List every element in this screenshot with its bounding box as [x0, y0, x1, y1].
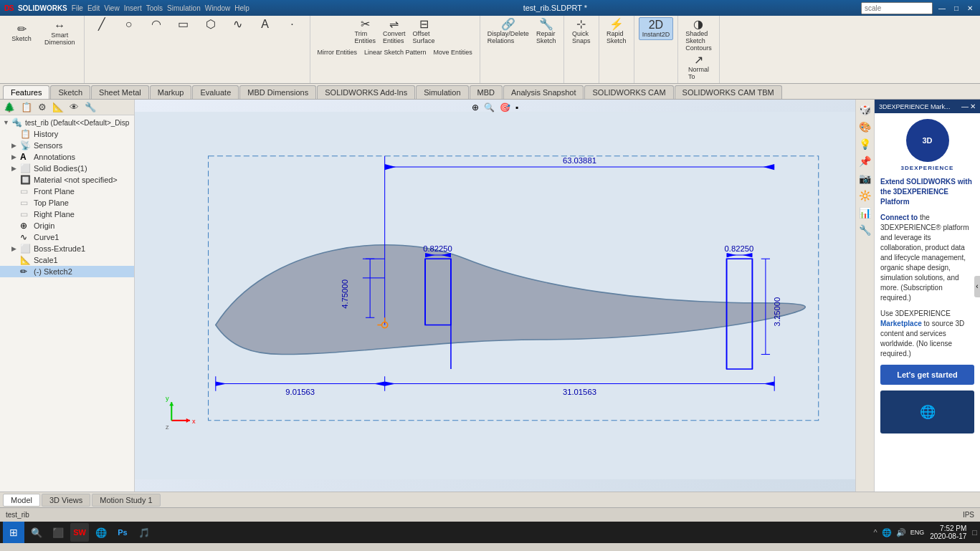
panel-close-btn[interactable]: ✕: [970, 102, 976, 110]
tree-sketch2[interactable]: ✏ (-) Sketch2: [0, 266, 134, 277]
text-button[interactable]: A: [252, 17, 278, 32]
lets-get-started-button[interactable]: Let's get started: [880, 365, 974, 385]
tab-simulation[interactable]: Simulation: [416, 85, 468, 99]
tree-material[interactable]: 🔲 Material <not specified>: [0, 174, 134, 186]
volume-icon[interactable]: 🔊: [896, 528, 906, 537]
tab-sketch[interactable]: Sketch: [50, 85, 90, 99]
minimize-button[interactable]: —: [936, 4, 948, 12]
menu-trigger-file[interactable]: File: [72, 4, 83, 12]
menu-trigger-window[interactable]: Window: [205, 4, 231, 12]
task-view-btn[interactable]: ⬛: [49, 523, 67, 542]
property-manager-btn[interactable]: 📋: [19, 101, 34, 113]
quick-snaps-button[interactable]: ⊹ QuickSnaps: [569, 17, 594, 46]
canvas-viewport[interactable]: ⊕ 🔍 🎯 ▪ 4.75000: [135, 100, 855, 492]
arc-button[interactable]: ◠: [143, 17, 169, 32]
point-button[interactable]: ·: [280, 17, 305, 32]
tree-sensors[interactable]: ▶ 📡 Sensors: [0, 140, 134, 151]
network-icon[interactable]: 🌐: [882, 528, 892, 537]
marketplace-link[interactable]: Marketplace: [880, 320, 922, 327]
maximize-button[interactable]: □: [951, 4, 961, 12]
toolbox-icon[interactable]: 🔧: [857, 223, 872, 237]
sketch-button[interactable]: ✏ Sketch: [4, 17, 39, 49]
menu-trigger-simulation[interactable]: Simulation: [167, 4, 201, 12]
tree-scale1[interactable]: 📐 Scale1: [0, 254, 134, 266]
offset-button[interactable]: ⊟ OffsetSurface: [410, 17, 438, 46]
clock[interactable]: 7:52 PM 2020-08-17: [930, 524, 966, 540]
move-entities-button[interactable]: Move Entities: [431, 47, 475, 57]
start-button[interactable]: ⊞: [3, 522, 24, 543]
menu-trigger-insert[interactable]: Insert: [124, 4, 142, 12]
section-view-btn[interactable]: ▪: [514, 101, 520, 114]
tab-mbd-dimensions[interactable]: MBD Dimensions: [239, 85, 316, 99]
tab-mbd[interactable]: MBD: [470, 85, 503, 99]
cam-icon[interactable]: 📷: [857, 171, 872, 186]
line-button[interactable]: ╱: [89, 17, 115, 32]
tab-sw-cam[interactable]: SOLIDWORKS CAM: [584, 85, 673, 99]
shaded-contours-button[interactable]: ◑ ShadedSketchContours: [682, 17, 715, 53]
tab-features[interactable]: Features: [3, 85, 49, 99]
convert-button[interactable]: ⇌ ConvertEntities: [380, 17, 409, 46]
config-manager-btn[interactable]: ⚙: [36, 101, 49, 113]
music-btn[interactable]: 🎵: [135, 523, 153, 542]
browser-btn[interactable]: 🌐: [92, 523, 110, 542]
display-manager-btn[interactable]: 👁: [67, 101, 81, 113]
close-button[interactable]: ✕: [964, 4, 976, 12]
tree-history[interactable]: 📋 History: [0, 128, 134, 140]
menu-trigger-help[interactable]: Help: [234, 4, 249, 12]
tab-sheet-metal[interactable]: Sheet Metal: [91, 85, 149, 99]
instant2d-button[interactable]: 2D Instant2D: [639, 17, 674, 40]
tab-motion-study[interactable]: Motion Study 1: [92, 494, 160, 507]
tree-right-plane[interactable]: ▭ Right Plane: [0, 209, 134, 220]
repair-sketch-button[interactable]: 🔧 RepairSketch: [533, 17, 559, 46]
menu-trigger-view[interactable]: View: [104, 4, 120, 12]
smart-dimension-button[interactable]: ↔ SmartDimension: [40, 17, 80, 49]
view-orient-btn[interactable]: 🎯: [498, 101, 512, 114]
tab-sw-addins[interactable]: SOLIDWORKS Add-Ins: [317, 85, 415, 99]
tree-origin[interactable]: ⊕ Origin: [0, 220, 134, 231]
rect-button[interactable]: ▭: [171, 17, 196, 32]
scene-icon[interactable]: 💡: [857, 137, 872, 151]
tab-evaluate[interactable]: Evaluate: [192, 85, 239, 99]
cam-manager-btn[interactable]: 🔧: [82, 101, 98, 113]
display-delete-button[interactable]: 🔗 Display/DeleteRelations: [485, 17, 532, 46]
search-input[interactable]: [861, 2, 933, 14]
zoom-in-btn[interactable]: 🔍: [482, 101, 496, 114]
boss-extrude1-expander[interactable]: ▶: [11, 245, 20, 252]
tree-curve1[interactable]: ∿ Curve1: [0, 231, 134, 243]
tray-expand-icon[interactable]: ^: [874, 528, 877, 537]
tab-analysis[interactable]: Analysis Snapshot: [503, 85, 584, 99]
simulation-icon[interactable]: 📊: [857, 206, 872, 220]
tree-boss-extrude1[interactable]: ▶ ⬜ Boss-Extrude1: [0, 243, 134, 254]
3d-icon[interactable]: 🎲: [857, 102, 872, 117]
appearance-icon[interactable]: 🎨: [857, 120, 872, 134]
normal-to-button[interactable]: ↗ NormalTo: [685, 53, 712, 82]
menu-trigger-tools[interactable]: Tools: [146, 4, 163, 12]
linear-pattern-button[interactable]: Linear Sketch Pattern: [361, 47, 429, 57]
tree-front-plane[interactable]: ▭ Front Plane: [0, 186, 134, 197]
panel-min-btn[interactable]: —: [961, 102, 969, 110]
poly-button[interactable]: ⬡: [198, 17, 224, 32]
feature-tree-btn[interactable]: 🌲: [1, 101, 17, 113]
menu-trigger-edit[interactable]: Edit: [87, 4, 100, 12]
mirror-entities-button[interactable]: Mirror Entities: [315, 47, 361, 57]
tab-sw-cam-tbm[interactable]: SOLIDWORKS CAM TBM: [675, 85, 782, 99]
photoshop-btn[interactable]: Ps: [113, 523, 132, 542]
rapid-sketch-button[interactable]: ⚡ RapidSketch: [604, 17, 629, 46]
circle-button[interactable]: ○: [116, 17, 142, 32]
lights-icon[interactable]: 🔆: [857, 188, 872, 203]
notifications-icon[interactable]: □: [972, 528, 977, 537]
tree-top-plane[interactable]: ▭ Top Plane: [0, 197, 134, 209]
sw-taskbar-btn[interactable]: SW: [70, 523, 89, 542]
spline-button[interactable]: ∿: [225, 17, 251, 32]
trim-button[interactable]: ✂ TrimEntities: [352, 17, 379, 46]
tree-annotations[interactable]: ▶ A Annotations: [0, 151, 134, 163]
tab-model[interactable]: Model: [3, 494, 40, 507]
tab-3d-views[interactable]: 3D Views: [42, 494, 90, 507]
tree-expander[interactable]: ▼: [3, 119, 11, 126]
search-taskbar-btn[interactable]: 🔍: [27, 523, 46, 542]
decals-icon[interactable]: 📌: [857, 154, 872, 168]
dim-expert-btn[interactable]: 📐: [50, 101, 66, 113]
tab-markup[interactable]: Markup: [150, 85, 192, 99]
zoom-to-fit-btn[interactable]: ⊕: [470, 101, 480, 114]
tree-solid-bodies[interactable]: ▶ ⬜ Solid Bodies(1): [0, 163, 134, 174]
